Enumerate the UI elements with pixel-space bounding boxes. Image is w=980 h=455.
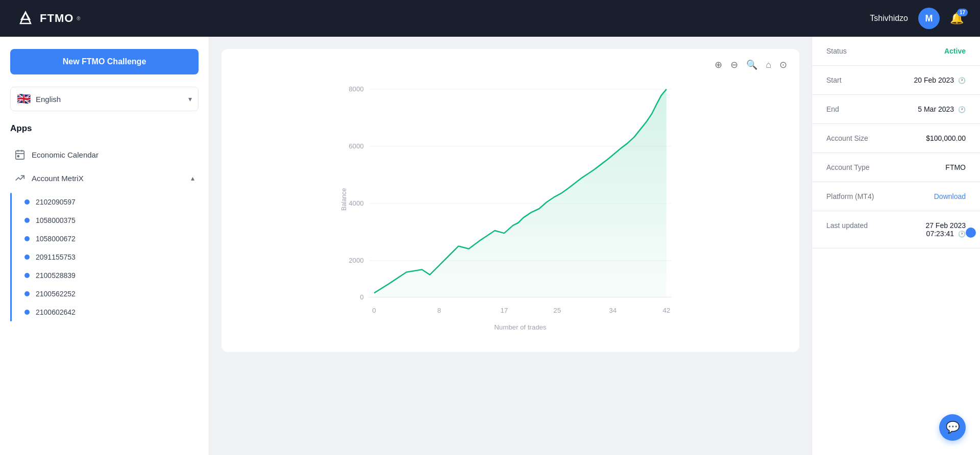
- list-item[interactable]: 2102090597: [18, 193, 199, 211]
- account-dot: [24, 218, 30, 223]
- clock-icon: 🕐: [958, 106, 966, 113]
- end-row: End 5 Mar 2023 🕐: [812, 95, 980, 124]
- svg-rect-2: [16, 151, 24, 160]
- svg-text:4000: 4000: [349, 199, 363, 207]
- list-item[interactable]: 1058000672: [18, 230, 199, 248]
- platform-label: Platform (MT4): [826, 192, 896, 200]
- account-dot: [24, 255, 30, 260]
- language-label: English: [36, 95, 61, 104]
- start-row: Start 20 Feb 2023 🕐: [812, 66, 980, 95]
- end-value: 5 Mar 2023 🕐: [896, 105, 966, 113]
- account-size-value: $100,000.00: [896, 134, 966, 142]
- info-panel: Status Active Start 20 Feb 2023 🕐 End 5 …: [812, 37, 980, 455]
- live-indicator: [966, 228, 976, 238]
- status-value: Active: [896, 47, 966, 55]
- svg-text:42: 42: [663, 307, 670, 314]
- account-number: 2100562252: [36, 290, 76, 298]
- header: FTMO ® Tshivhidzo M 🔔 17: [0, 0, 980, 37]
- chart-container: ⊕ ⊖ 🔍 ⌂ ⊙ 8000 6000 4000 2000 0 Balance: [222, 49, 799, 352]
- home-button[interactable]: ⌂: [764, 58, 773, 72]
- svg-text:6000: 6000: [349, 142, 363, 150]
- notification-bell[interactable]: 🔔 17: [950, 12, 964, 25]
- svg-text:25: 25: [553, 307, 561, 314]
- account-dot: [24, 236, 30, 241]
- chat-button[interactable]: 💬: [939, 414, 966, 441]
- account-dot: [24, 310, 30, 315]
- chevron-up-icon: ▴: [191, 174, 194, 182]
- chat-icon: 💬: [946, 421, 960, 434]
- start-value: 20 Feb 2023 🕐: [896, 76, 966, 84]
- svg-text:Balance: Balance: [340, 188, 348, 211]
- svg-text:17: 17: [500, 307, 508, 314]
- sidebar: New FTMO Challenge 🇬🇧 English ▾ Apps Eco…: [0, 37, 209, 455]
- account-size-row: Account Size $100,000.00: [812, 124, 980, 153]
- download-link[interactable]: Download: [896, 192, 966, 200]
- clock-icon: 🕐: [958, 231, 966, 238]
- calendar-icon: [14, 149, 26, 160]
- svg-text:0: 0: [372, 307, 376, 314]
- svg-text:2000: 2000: [349, 257, 363, 264]
- svg-text:8000: 8000: [349, 85, 363, 93]
- chevron-down-icon: ▾: [188, 95, 192, 103]
- last-updated-label: Last updated: [826, 221, 896, 230]
- new-challenge-button[interactable]: New FTMO Challenge: [10, 49, 199, 74]
- zoom-in-button[interactable]: ⊕: [713, 57, 724, 72]
- list-item[interactable]: 2100528839: [18, 266, 199, 285]
- account-dot: [24, 199, 30, 205]
- notification-badge: 17: [957, 9, 968, 16]
- account-number: 1058000375: [36, 216, 76, 224]
- status-label: Status: [826, 47, 896, 55]
- end-label: End: [826, 105, 896, 113]
- account-dot: [24, 291, 30, 296]
- avatar[interactable]: M: [918, 8, 940, 29]
- list-item[interactable]: 2100602642: [18, 303, 199, 321]
- account-number: 2100528839: [36, 271, 76, 280]
- account-number: 1058000672: [36, 235, 76, 243]
- last-updated-value: 27 Feb 2023 07:23:41 🕐: [896, 221, 966, 238]
- list-item[interactable]: 2100562252: [18, 285, 199, 303]
- apps-section-title: Apps: [10, 123, 199, 134]
- account-metrix-header[interactable]: Account MetriX ▴: [10, 167, 199, 189]
- account-number: 2102090597: [36, 198, 76, 206]
- svg-text:34: 34: [609, 307, 617, 314]
- zoom-out-button[interactable]: ⊖: [728, 57, 740, 72]
- logo-icon: [16, 9, 35, 28]
- list-item[interactable]: 1058000375: [18, 211, 199, 230]
- user-name: Tshivhidzo: [870, 14, 908, 23]
- search-button[interactable]: 🔍: [744, 57, 760, 72]
- svg-marker-1: [21, 12, 30, 19]
- chart-svg-wrapper: 8000 6000 4000 2000 0 Balance: [232, 64, 789, 342]
- language-selector[interactable]: 🇬🇧 English ▾: [10, 87, 199, 111]
- account-dot: [24, 273, 30, 278]
- list-item[interactable]: 2091155753: [18, 248, 199, 266]
- account-type-label: Account Type: [826, 163, 896, 171]
- chart-toolbar: ⊕ ⊖ 🔍 ⌂ ⊙: [713, 57, 789, 72]
- clock-icon: 🕐: [958, 77, 966, 84]
- account-number: 2100602642: [36, 308, 76, 316]
- last-updated-row: Last updated 27 Feb 2023 07:23:41 🕐: [812, 211, 980, 248]
- account-type-row: Account Type FTMO: [812, 153, 980, 182]
- status-row: Status Active: [812, 37, 980, 66]
- account-list-bar: [10, 193, 12, 321]
- chart-svg: 8000 6000 4000 2000 0 Balance: [232, 64, 789, 340]
- economic-calendar-label: Economic Calendar: [32, 150, 99, 159]
- settings-button[interactable]: ⊙: [777, 57, 789, 72]
- svg-text:Number of trades: Number of trades: [494, 323, 547, 331]
- logo: FTMO ®: [16, 9, 81, 28]
- account-metrix-label: Account MetriX: [32, 174, 84, 183]
- account-type-value: FTMO: [896, 163, 966, 171]
- platform-row: Platform (MT4) Download: [812, 182, 980, 211]
- svg-text:8: 8: [437, 307, 441, 314]
- main-layout: New FTMO Challenge 🇬🇧 English ▾ Apps Eco…: [0, 37, 980, 455]
- header-right: Tshivhidzo M 🔔 17: [870, 8, 964, 29]
- main-content: ⊕ ⊖ 🔍 ⌂ ⊙ 8000 6000 4000 2000 0 Balance: [209, 37, 812, 455]
- language-flag: 🇬🇧: [17, 92, 31, 106]
- svg-text:0: 0: [360, 293, 363, 301]
- chart-line-icon: [14, 172, 26, 184]
- account-list: 2102090597 1058000375 1058000672 2091155…: [10, 193, 199, 321]
- account-number: 2091155753: [36, 253, 76, 261]
- sidebar-item-economic-calendar[interactable]: Economic Calendar: [10, 144, 199, 165]
- start-label: Start: [826, 76, 896, 84]
- svg-rect-6: [17, 156, 19, 157]
- account-size-label: Account Size: [826, 134, 896, 142]
